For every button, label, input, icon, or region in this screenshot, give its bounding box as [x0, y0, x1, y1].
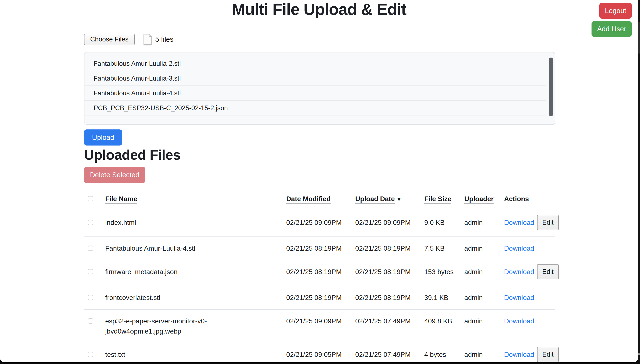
date-modified: 02/21/25 08:19PM: [286, 237, 355, 260]
upload-button[interactable]: Upload: [84, 130, 122, 146]
header-checkbox-cell: [84, 188, 105, 211]
date-modified: 02/21/25 09:09PM: [286, 310, 355, 343]
edit-button[interactable]: Edit: [537, 347, 558, 362]
upload-date: 02/21/25 07:49PM: [355, 343, 424, 362]
file-name: Fantabulous Amur-Luulia-4.stl: [105, 237, 286, 260]
row-checkbox[interactable]: [88, 352, 93, 357]
delete-selected-button[interactable]: Delete Selected: [84, 167, 145, 183]
list-item[interactable]: Fantabulous Amur-Luulia-3.stl: [85, 71, 546, 86]
file-name: frontcoverlatest.stl: [105, 286, 286, 309]
uploader: admin: [464, 310, 504, 343]
files-table: File Name Date Modified Upload Date▼ Fil…: [84, 187, 555, 362]
date-modified: 02/21/25 09:09PM: [286, 211, 355, 236]
file-name: test.txt: [105, 343, 286, 362]
table-row: test.txt 02/21/25 09:05PM 02/21/25 07:49…: [84, 343, 555, 362]
list-scrollbar-thumb[interactable]: [549, 58, 553, 116]
uploader: admin: [464, 237, 504, 260]
upload-date: 02/21/25 09:09PM: [355, 211, 424, 236]
list-item[interactable]: PCB_PCB_ESP32-USB-C_2025-02-15-2.json: [85, 101, 546, 116]
top-buttons: Logout Add User: [591, 3, 632, 37]
uploader: admin: [464, 286, 504, 309]
app-window: Multi File Upload & Edit Logout Add User…: [0, 0, 638, 362]
row-checkbox[interactable]: [88, 220, 93, 225]
file-size: 409.8 KB: [424, 310, 464, 343]
date-modified: 02/21/25 08:19PM: [286, 260, 355, 286]
upload-date: 02/21/25 08:19PM: [355, 286, 424, 309]
uploader: admin: [464, 211, 504, 236]
date-modified: 02/21/25 08:19PM: [286, 286, 355, 309]
table-row: Fantabulous Amur-Luulia-4.stl 02/21/25 0…: [84, 237, 555, 260]
column-header-file-size[interactable]: File Size: [424, 188, 464, 211]
list-item[interactable]: Fantabulous Amur-Luulia-4.stl: [85, 86, 546, 101]
file-size: 4 bytes: [424, 343, 464, 362]
file-name: firmware_metadata.json: [105, 260, 286, 286]
download-link[interactable]: Download: [504, 350, 534, 360]
table-row: esp32-e-paper-server-monitor-v0-jbvd0w4o…: [84, 310, 555, 343]
logout-button[interactable]: Logout: [599, 3, 632, 18]
column-header-upload-date[interactable]: Upload Date▼: [355, 188, 424, 211]
file-size: 153 bytes: [424, 260, 464, 286]
download-link[interactable]: Download: [504, 218, 534, 228]
selected-files-list[interactable]: Fantabulous Amur-Luulia-2.stl Fantabulou…: [84, 52, 555, 125]
edit-button[interactable]: Edit: [537, 215, 558, 230]
page-title: Multi File Upload & Edit: [0, 0, 638, 18]
window-scrollbar-end: [638, 354, 640, 355]
file-name: index.html: [105, 211, 286, 236]
uploader: admin: [464, 260, 504, 286]
file-count-label: 5 files: [155, 35, 173, 43]
sort-descending-icon: ▼: [396, 194, 402, 204]
file-size: 7.5 KB: [424, 237, 464, 260]
row-checkbox[interactable]: [88, 318, 93, 324]
download-link[interactable]: Download: [504, 243, 534, 254]
download-link[interactable]: Download: [504, 267, 534, 277]
uploader: admin: [464, 343, 504, 362]
upload-date: 02/21/25 08:19PM: [355, 260, 424, 286]
column-header-uploader[interactable]: Uploader: [464, 188, 504, 211]
window-bottom-edge: [0, 362, 640, 364]
date-modified: 02/21/25 09:05PM: [286, 343, 355, 362]
table-header-row: File Name Date Modified Upload Date▼ Fil…: [84, 187, 555, 211]
window-scrollbar[interactable]: [638, 0, 640, 364]
column-header-actions: Actions: [504, 188, 555, 211]
upload-date: 02/21/25 07:49PM: [355, 310, 424, 343]
table-row: frontcoverlatest.stl 02/21/25 08:19PM 02…: [84, 286, 555, 310]
uploaded-files-heading: Uploaded Files: [84, 147, 180, 163]
file-size: 39.1 KB: [424, 286, 464, 309]
table-row: firmware_metadata.json 02/21/25 08:19PM …: [84, 260, 555, 286]
table-row: index.html 02/21/25 09:09PM 02/21/25 09:…: [84, 211, 555, 237]
choose-files-button[interactable]: Choose Files: [84, 34, 135, 45]
file-preview: 5 files: [141, 33, 173, 46]
row-checkbox[interactable]: [88, 246, 93, 251]
column-header-date-modified[interactable]: Date Modified: [286, 188, 355, 211]
upload-date: 02/21/25 08:19PM: [355, 237, 424, 260]
column-header-file-name[interactable]: File Name: [105, 188, 286, 211]
file-input[interactable]: Choose Files 5 files: [84, 34, 173, 45]
file-name: esp32-e-paper-server-monitor-v0-jbvd0w4o…: [105, 310, 286, 343]
document-icon: [143, 34, 152, 45]
edit-button[interactable]: Edit: [537, 264, 558, 280]
select-all-checkbox[interactable]: [88, 196, 93, 201]
list-item[interactable]: Fantabulous Amur-Luulia-2.stl: [85, 56, 546, 71]
file-size: 9.0 KB: [424, 211, 464, 236]
window-scrollbar-thumb[interactable]: [638, 22, 640, 54]
row-checkbox[interactable]: [88, 269, 93, 274]
add-user-button[interactable]: Add User: [591, 21, 632, 37]
download-link[interactable]: Download: [504, 316, 534, 326]
row-checkbox[interactable]: [88, 295, 93, 300]
download-link[interactable]: Download: [504, 292, 534, 303]
